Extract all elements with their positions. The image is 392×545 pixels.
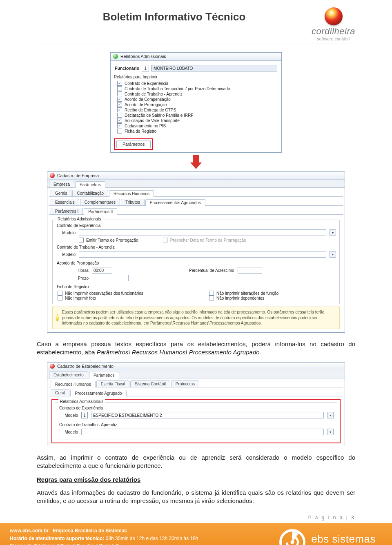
checkbox-label: Declaração de Salário Família e IRRF xyxy=(125,113,193,118)
checkbox-row: Não imprimir observações dos funcionário… xyxy=(58,291,185,296)
dialog2-titlebar: Cadastro de Empresa xyxy=(47,172,345,180)
dialog1-titlebar: Relatórios Admissionais xyxy=(111,53,281,60)
tab-contabiliza-o[interactable]: Contabilização xyxy=(72,190,108,196)
modelo-label: Modelo xyxy=(58,413,78,418)
horas-input[interactable]: 00:00 xyxy=(92,267,112,274)
tab-par-metros[interactable]: Parâmetros xyxy=(75,181,105,188)
modelo-experiencia-input[interactable] xyxy=(79,229,326,236)
modelo-aprendiz-dropdown[interactable]: ▾ xyxy=(330,251,336,258)
footer-brand: ebs sistemas www.ebs.com.br xyxy=(279,529,376,545)
checkbox-label: Não imprimir observações dos funcionário… xyxy=(65,291,143,296)
dialog3-title: Cadastro de Estabelecimento xyxy=(57,364,114,369)
checkbox-list: Contrato de ExperiênciaContrato de Traba… xyxy=(113,81,279,137)
acordo-prorrogacao-caption: Acordo de Prorrogação xyxy=(57,261,336,265)
checkbox[interactable] xyxy=(117,102,122,107)
prazo-label: Prazo xyxy=(72,276,89,280)
chk-preencher-data-label: Preencher Data no Termo de Prorrogação xyxy=(170,238,246,242)
paragraph-1: Caso a empresa possua textos específicos… xyxy=(37,340,355,357)
tab-par-metros-ii[interactable]: Parâmetros II xyxy=(84,208,117,215)
checkbox[interactable] xyxy=(117,113,122,118)
checkbox-row: Acordo de Prorrogação xyxy=(117,102,279,107)
contrato-experiencia-caption: Contrato de Experiência xyxy=(57,223,336,228)
tab-gerais[interactable]: Gerais xyxy=(51,190,71,196)
list-caption: Relatórios para Imprimir xyxy=(114,75,279,79)
modelo-experiencia-estab-dropdown[interactable]: ▾ xyxy=(327,412,334,418)
checkbox[interactable] xyxy=(209,296,214,300)
modelo-label-aprendiz: Modelo xyxy=(56,252,76,257)
checkbox-label: Acordo de Prorrogação xyxy=(125,102,167,107)
chk-emitir-termo[interactable] xyxy=(79,238,84,242)
tab-protocolos[interactable]: Protocolos xyxy=(171,380,199,387)
prazo-input[interactable] xyxy=(92,275,129,281)
checkbox[interactable] xyxy=(209,291,214,296)
checkbox[interactable] xyxy=(117,118,122,123)
checkbox[interactable] xyxy=(117,97,122,102)
page-title: Boletim Informativo Técnico xyxy=(37,7,312,23)
modelo-aprendiz-input[interactable] xyxy=(79,251,326,258)
tab-sistema-cont-bil[interactable]: Sistema Contábil xyxy=(130,380,170,387)
contrato-aprendiz-caption: Contrato de Trabalho - Aprendiz xyxy=(59,423,334,427)
dialog-cadastro-empresa: Cadastro de Empresa EmpresaParâmetros Ge… xyxy=(47,171,345,333)
dlg3-tabs-level2: Recursos HumanosEscrita FiscalSistema Co… xyxy=(49,379,343,387)
checkbox-label: Não imprimir dependentes xyxy=(216,296,264,300)
tab-tributos[interactable]: Tributos xyxy=(121,199,145,205)
checkbox[interactable] xyxy=(117,107,122,112)
footer-line1-label: Horário de atendimento suporte técnico: xyxy=(10,536,104,541)
tab-complementares[interactable]: Complementares xyxy=(80,199,120,205)
dlg2-tabs-level2: GeraisContabilizaçãoRecursos Humanos xyxy=(49,189,343,196)
fieldset-legend: Relatórios Admissionais xyxy=(56,217,102,221)
tab-escrita-fiscal[interactable]: Escrita Fiscal xyxy=(96,380,129,387)
modelo-aprendiz-estab-input[interactable] xyxy=(81,429,324,435)
checkbox-label: Não imprimir alterações de função xyxy=(216,291,278,296)
checkbox[interactable] xyxy=(58,291,62,296)
funcionario-name-field[interactable]: MONTEIRO LOBATO xyxy=(151,65,277,71)
checkbox[interactable] xyxy=(117,129,122,133)
checkbox-label: Recibo de Entrega de CTPS xyxy=(125,108,176,112)
tab-processamentos-agrupados[interactable]: Processamentos Agrupados xyxy=(145,199,205,206)
tab-processamento-agrupado[interactable]: Processamento Agrupado xyxy=(70,390,126,396)
dialog1-title: Relatórios Admissionais xyxy=(120,54,166,59)
checkbox-row: Contrato de Trabalho Temporário / por Pr… xyxy=(117,86,279,91)
checkbox-row: Não imprimir alterações de função xyxy=(209,291,336,296)
info-hint-text: Esses parâmetros podem ser utilizados ca… xyxy=(62,309,336,326)
lightbulb-icon xyxy=(56,314,59,321)
window-icon xyxy=(50,364,55,369)
tab-recursos-humanos[interactable]: Recursos Humanos xyxy=(51,381,96,387)
tab-recursos-humanos[interactable]: Recursos Humanos xyxy=(109,190,154,197)
section-heading-regras: Regras para emissão dos relatórios xyxy=(37,476,355,483)
modelo-aprendiz-estab-dropdown[interactable]: ▾ xyxy=(327,429,334,435)
checkbox[interactable] xyxy=(58,296,62,300)
checkbox[interactable] xyxy=(117,81,122,86)
tab-estabelecimento[interactable]: Estabelecimento xyxy=(49,371,88,378)
tab-par-metros[interactable]: Parâmetros xyxy=(89,372,119,378)
brand-subtitle: software contábil xyxy=(317,37,350,41)
dlg3-tabs-level1: EstabelecimentoParâmetros xyxy=(47,370,345,378)
tab-par-metros-i[interactable]: Parâmetros I xyxy=(51,208,83,214)
dlg2-tabs-level4: Parâmetros IParâmetros II xyxy=(49,207,343,214)
window-icon xyxy=(113,54,118,59)
checkbox-row: Recibo de Entrega de CTPS xyxy=(117,107,279,112)
tab-empresa[interactable]: Empresa xyxy=(49,181,74,187)
footer-url[interactable]: www.ebs.com.br xyxy=(10,528,49,534)
window-icon xyxy=(50,173,55,178)
funcionario-id-field[interactable]: 1 xyxy=(142,65,149,71)
percentual-input[interactable] xyxy=(238,267,262,274)
modelo-experiencia-dropdown[interactable]: ▾ xyxy=(330,229,336,236)
checkbox[interactable] xyxy=(117,86,122,91)
modelo-id-field[interactable]: 1 xyxy=(81,412,88,418)
checkbox-row: Cadastramento no PIS xyxy=(117,123,279,128)
brand-logo-block: cordilheira software contábil xyxy=(312,7,355,41)
checkbox[interactable] xyxy=(117,123,122,128)
checkbox-label: Acordo de Compensação xyxy=(125,97,171,102)
modelo-experiencia-estab-input[interactable]: ESPECIFICO ESTABELECIMENTO 2 xyxy=(91,412,324,418)
checkbox-label: Ficha de Registro xyxy=(125,129,156,133)
fieldset-relatorios-admissionais: Relatórios Admissionais Contrato de Expe… xyxy=(52,220,340,304)
dlg2-tabs-level3: EssenciaisComplementaresTributosProcessa… xyxy=(49,198,343,205)
checkbox-row: Acordo de Compensação xyxy=(117,97,279,102)
page-footer: www.ebs.com.br Empresa Brasileira de Sis… xyxy=(0,523,392,545)
parametros-tab[interactable]: Parâmetros xyxy=(116,140,151,148)
checkbox-label: Solicitação de Vale Transporte xyxy=(125,118,180,123)
tab-geral[interactable]: Geral xyxy=(51,389,69,396)
checkbox[interactable] xyxy=(117,91,122,96)
tab-essenciais[interactable]: Essenciais xyxy=(51,199,79,205)
